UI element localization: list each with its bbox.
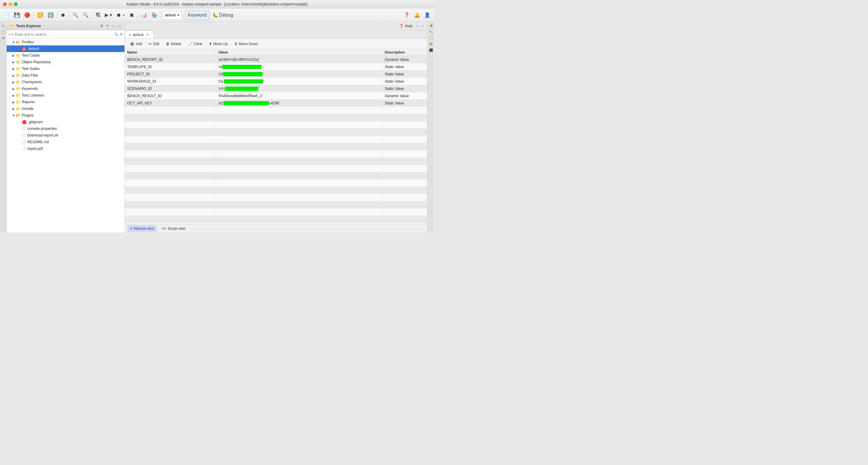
default-tab[interactable]: ● default ✕ <box>125 31 154 38</box>
table-row[interactable]: TEMPLATE_ID 'm ' Static Value <box>125 63 427 70</box>
table-row[interactable]: PROJECT_ID 'cD ' Static Value <box>125 70 427 78</box>
keywords-label: Keywords <box>22 87 38 91</box>
tree-item-gitignore[interactable]: 🔴 .gitignore <box>7 119 124 125</box>
move-up-btn[interactable]: ⬆ Move Up <box>206 40 230 48</box>
cell-description: Static Value <box>382 63 427 70</box>
reports-arrow: ▶ <box>11 100 16 104</box>
script-view-btn[interactable]: </> Script view <box>159 225 188 232</box>
checkpoints-label: Checkpoints <box>22 80 42 84</box>
close-button[interactable] <box>3 2 7 6</box>
right-icon-4[interactable]: 🎨 <box>428 41 434 46</box>
tree-item-download-report[interactable]: 📄 download-report.sh <box>7 132 124 139</box>
debug-btn[interactable]: 🐛 Debug <box>210 10 236 20</box>
refresh-btn[interactable]: ↻ <box>105 24 110 29</box>
table-row[interactable]: BENCH_RESULT_ID 'P4ANvocBid8WerPBwK_2' D… <box>125 92 427 100</box>
tree-item-report-pdf[interactable]: 📄 report.pdf <box>7 145 124 152</box>
katalon-btn[interactable]: 🔴 <box>23 10 32 20</box>
git2-btn[interactable]: ⬇️ <box>46 10 55 20</box>
record2-btn[interactable]: ⏺ ▾ <box>115 10 127 20</box>
right-icon-2[interactable]: 🔧 <box>428 29 434 34</box>
table-row[interactable]: SCENARIO_ID 'uYc ' Static Value <box>125 85 427 92</box>
clear-btn[interactable]: 🧹 Clear <box>185 40 205 48</box>
cell-description: Static Value <box>382 100 427 107</box>
download-report-icon: 📄 <box>22 133 26 137</box>
right-icon-5[interactable]: ⬛ <box>428 47 434 53</box>
collapse-all-btn[interactable]: ⊟ <box>99 24 104 29</box>
keyword-btn[interactable]: Keyword <box>185 10 209 20</box>
object-repo-arrow: ▶ <box>11 61 16 64</box>
build-btn[interactable]: 🏗 <box>94 10 102 20</box>
run-dropdown-btn[interactable]: ▶ ▾ <box>103 10 114 20</box>
stop-btn[interactable]: ⏹ <box>127 10 136 20</box>
action-toolbar: ➕ Add ✏ Edit 🗑 Delete 🧹 Clear ⬆ Move Up … <box>125 39 427 49</box>
bell-btn[interactable]: 🔔 <box>412 10 422 20</box>
spy2-btn[interactable]: 🔍 <box>81 10 91 20</box>
help-btn[interactable]: ❓ Help <box>397 22 415 30</box>
record-btn[interactable]: ⏺ <box>59 10 67 20</box>
test-listeners-arrow: ▶ <box>11 94 16 97</box>
tree-item-test-cases[interactable]: ▶ 📁 Test Cases <box>7 52 124 59</box>
maximize-panel-btn[interactable]: □ <box>117 24 122 29</box>
search-input[interactable] <box>14 32 113 37</box>
tree-item-reports[interactable]: ▶ 📁 Reports <box>7 99 124 105</box>
search-button[interactable]: 🔍 <box>114 32 118 36</box>
tab-close-btn[interactable]: ✕ <box>145 33 150 37</box>
table-row-empty <box>125 114 427 122</box>
maximize-button[interactable] <box>14 2 18 6</box>
minimize-button[interactable] <box>8 2 12 6</box>
tree-item-test-suites[interactable]: ▶ 📁 Test Suites <box>7 65 124 72</box>
search-options-btn[interactable]: ⚙ <box>120 32 123 36</box>
add-btn[interactable]: ➕ Add <box>127 40 145 48</box>
filter-toggle-btn[interactable]: ▾ <box>11 32 13 36</box>
table-row-empty <box>125 129 427 136</box>
tree-item-console-properties[interactable]: 📄 console.properties <box>7 125 124 132</box>
sidebar-icon-1[interactable]: ≡ <box>1 23 6 29</box>
help-minimize-btn[interactable]: ─ <box>415 24 420 29</box>
profile-dropdown[interactable]: default ▼ <box>163 11 182 20</box>
right-icon-1[interactable]: 📌 <box>428 23 434 29</box>
tree-item-checkpoints[interactable]: ▶ 📁 Checkpoints <box>7 79 124 86</box>
new-btn[interactable]: 📄 <box>2 10 11 20</box>
tree-item-keywords[interactable]: ▶ 📁 Keywords <box>7 86 124 92</box>
git-btn[interactable]: 🔀 <box>35 10 45 20</box>
filter-btn[interactable]: ≡ <box>8 32 10 36</box>
table-row[interactable]: WORKSPACE_ID 'OL ' Static Value <box>125 78 427 85</box>
spy-btn[interactable]: 🔍 <box>70 10 80 20</box>
tree-item-include[interactable]: ▶ 📁 Include <box>7 105 124 112</box>
default-profile-icon: d <box>22 46 26 51</box>
cell-name: TEMPLATE_ID <box>125 63 216 70</box>
manual-view-btn[interactable]: ↗ Manual view <box>127 225 157 232</box>
right-icon-3[interactable]: 📋 <box>428 35 434 40</box>
minimize-panel-btn[interactable]: ─ <box>111 24 116 29</box>
test-suites-arrow: ▶ <box>11 67 16 70</box>
delete-btn[interactable]: 🗑 Delete <box>163 40 184 48</box>
separator-4 <box>92 11 92 19</box>
help-maximize-btn[interactable]: □ <box>420 24 425 29</box>
table-row[interactable]: OCT_API_KEY 'aC c4298' Static Value <box>125 100 427 107</box>
store-btn[interactable]: 🏪 <box>150 10 159 20</box>
table-row[interactable]: BENCH_REPORT_ID 'aA36vYcBcVffXXVcO2xj' D… <box>125 56 427 63</box>
reports-label: Reports <box>22 100 34 104</box>
tree-item-object-repository[interactable]: ▶ 📁 Object Repository <box>7 59 124 65</box>
tree-item-plugins[interactable]: ▼ 📂 Plugins <box>7 112 124 119</box>
table-row-empty <box>125 194 427 201</box>
sidebar-icon-2[interactable]: 📋 <box>1 29 6 34</box>
sidebar-icon-3[interactable]: ⊞ <box>1 35 6 40</box>
help-toolbar-btn[interactable]: ❓ <box>402 10 411 20</box>
panel-header: 📁 Tests Explorer ⊟ ↻ ─ □ <box>7 22 124 30</box>
separator-6 <box>161 11 161 19</box>
tree-item-readme[interactable]: 📄 README.md <box>7 139 124 145</box>
tree-item-test-listeners[interactable]: ▶ 📁 Test Listeners <box>7 92 124 99</box>
save-btn[interactable]: 💾 <box>12 10 22 20</box>
analytics-btn[interactable]: 📊 <box>139 10 149 20</box>
edit-btn[interactable]: ✏ Edit <box>146 40 162 48</box>
bottom-bar: ↗ Manual view </> Script view <box>125 224 427 232</box>
tree-item-default[interactable]: d default <box>7 45 124 52</box>
tree-item-data-files[interactable]: ▶ 📁 Data Files <box>7 72 124 79</box>
search-icons: ≡ ▾ <box>8 32 13 36</box>
data-files-arrow: ▶ <box>11 74 16 77</box>
tree-item-profiles[interactable]: ▼ 📂 Profiles <box>7 39 124 45</box>
table-row-empty <box>125 216 427 223</box>
move-down-btn[interactable]: ⬇ Move Down <box>232 40 260 48</box>
user-btn[interactable]: 👤 <box>423 10 432 20</box>
